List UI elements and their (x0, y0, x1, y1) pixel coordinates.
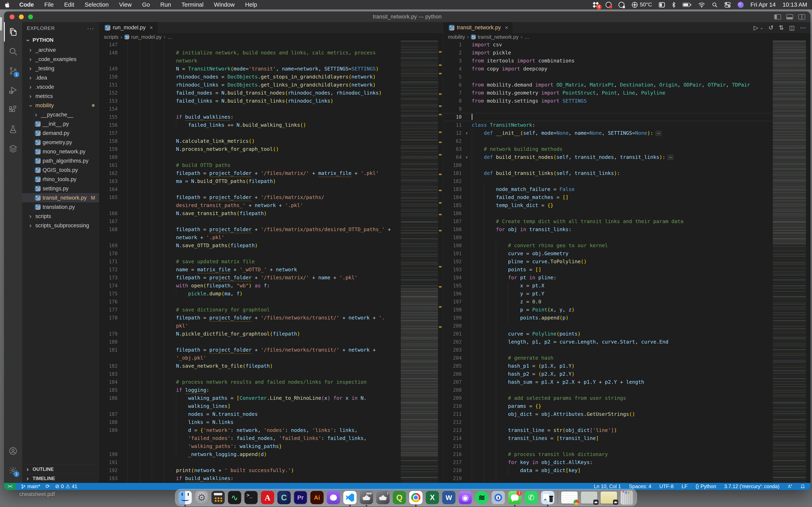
fan-control-icon[interactable]: 50°C (631, 1, 652, 8)
cursor-position[interactable]: Ln 10, Col 1 (594, 484, 621, 489)
left-code-lines[interactable]: 147148# initialize network, build nodes … (99, 41, 401, 483)
dock-finder-icon[interactable] (179, 491, 192, 504)
dock-github-icon[interactable] (327, 491, 340, 504)
explorer-item-mobility[interactable]: mobility (22, 101, 99, 110)
outline-section[interactable]: OUTLINE (22, 464, 99, 474)
control-center-icon[interactable] (724, 2, 731, 8)
menu-item-file[interactable]: File (39, 1, 59, 8)
explorer-item-scripts[interactable]: scripts (22, 212, 99, 221)
dock-calculator-icon[interactable] (211, 491, 225, 504)
explorer-item-settings.py[interactable]: settings.py (22, 184, 99, 193)
explorer-item-__init__.py[interactable]: __init__.py (22, 119, 99, 128)
dock-podcasts-icon[interactable] (459, 491, 472, 504)
menu-item-window[interactable]: Window (209, 1, 240, 8)
dock-rhino-wip-icon[interactable]: WIP (360, 491, 373, 504)
right-code-lines[interactable]: 1import csv2import pickle3from itertools… (443, 41, 773, 483)
minimize-window-button[interactable] (19, 14, 24, 19)
encoding[interactable]: UTF-8 (659, 484, 673, 489)
explorer-item-_testing[interactable]: _testing (22, 64, 99, 73)
right-scrollbar[interactable] (806, 41, 810, 483)
close-window-button[interactable] (10, 14, 14, 19)
explorer-item-_archive[interactable]: _archive (22, 45, 99, 55)
title-bar[interactable]: transit_network.py — python (4, 11, 810, 22)
customize-layout-icon[interactable] (798, 14, 805, 19)
dock-1password-icon[interactable] (492, 491, 505, 504)
left-breadcrumb[interactable]: scripts› run_model.py› … (99, 33, 443, 41)
timeline-section[interactable]: TIMELINE (22, 474, 99, 483)
window-manager-icon[interactable] (659, 2, 665, 7)
tab-transit-network[interactable]: transit_network.py × (443, 22, 512, 33)
explorer-item-.idea[interactable]: .idea (22, 73, 99, 82)
source-control-icon[interactable]: 1 (4, 61, 22, 80)
desktop-file-label[interactable]: cheatsheet.pdf (19, 491, 55, 497)
notifications-bell-icon[interactable] (800, 484, 805, 489)
explorer-item-mono_network.py[interactable]: mono_network.py (22, 147, 99, 156)
dock-qgis-icon[interactable] (393, 491, 406, 504)
left-minimap[interactable] (401, 41, 438, 483)
dock-rhino-cad-window-thumbnail[interactable] (601, 492, 617, 504)
explorer-item-.vscode[interactable]: .vscode (22, 82, 99, 92)
menu-time[interactable]: 10:13 AM (782, 1, 807, 8)
open-changes-icon[interactable]: ⇅ (779, 24, 784, 31)
layers-extension-icon[interactable] (4, 139, 22, 158)
dock-chrome-window-thumbnail[interactable] (561, 492, 578, 504)
menu-item-help[interactable]: Help (240, 1, 262, 8)
search-icon[interactable] (4, 42, 22, 61)
dock-vscode-icon[interactable] (343, 491, 357, 504)
dock-rhino-7-icon[interactable]: 7 (376, 491, 390, 504)
explorer-item-geometry.py[interactable]: geometry.py (22, 138, 99, 147)
menu-item-edit[interactable]: Edit (59, 1, 80, 8)
split-editor-icon[interactable]: ◫ (789, 24, 795, 31)
dock-acrobat-icon[interactable] (261, 491, 274, 504)
git-branch-item[interactable]: main* (21, 484, 40, 489)
eol[interactable]: LF (681, 484, 688, 489)
toggle-panel-icon[interactable] (786, 14, 793, 19)
menu-item-go[interactable]: Go (137, 1, 155, 8)
language-mode[interactable]: {}Python (696, 484, 716, 489)
dock-cinema4d-icon[interactable] (277, 491, 291, 504)
dock-messages-icon[interactable]: 1 (508, 491, 521, 504)
run-dropdown-icon[interactable]: ⌄ (760, 25, 763, 30)
wifi-icon[interactable] (698, 2, 705, 7)
account-icon[interactable] (4, 441, 22, 461)
problems-item[interactable]: ⊘0 ⚠41 (55, 483, 78, 490)
lock-app-icon[interactable] (618, 2, 624, 8)
dock-illustrator-icon[interactable] (310, 491, 323, 504)
dock-photo-viewer-icon[interactable] (541, 491, 554, 504)
python-interpreter[interactable]: 3.7.12 ('mercury': conda) (724, 484, 779, 489)
explorer-icon[interactable] (4, 22, 22, 42)
right-breadcrumb[interactable]: mobility› transit_network.py› … (443, 33, 810, 41)
testing-icon[interactable] (4, 119, 22, 139)
notifier-app-icon[interactable] (606, 2, 612, 8)
siri-icon[interactable] (738, 2, 744, 8)
explorer-item-_code_examples[interactable]: _code_examples (22, 55, 99, 64)
dock-trash-icon[interactable] (620, 491, 633, 505)
toggle-sidebar-icon[interactable] (774, 14, 781, 19)
dock-terminal-icon[interactable] (244, 491, 258, 504)
indentation[interactable]: Spaces: 4 (629, 484, 651, 489)
dock-chrome-icon[interactable] (409, 491, 422, 504)
menu-item-terminal[interactable]: Terminal (176, 1, 209, 8)
close-tab-icon[interactable]: × (150, 24, 153, 31)
more-actions-icon[interactable]: ⋯ (800, 24, 806, 31)
menu-item-view[interactable]: View (114, 1, 137, 8)
extensions-icon[interactable] (4, 100, 22, 119)
run-python-file-icon[interactable]: ▷ (754, 24, 758, 31)
explorer-actions-icon[interactable]: ··· (87, 25, 94, 32)
dock-word-icon[interactable] (442, 491, 455, 504)
feedback-icon[interactable] (788, 484, 792, 489)
explorer-item-scripts_subprocessing[interactable]: scripts_subprocessing (22, 221, 99, 230)
menu-item-selection[interactable]: Selection (80, 1, 114, 8)
remote-indicator[interactable]: >< (4, 483, 16, 490)
timeline-history-icon[interactable]: ↺ (768, 24, 773, 31)
menu-item-code[interactable]: Code (14, 1, 39, 8)
apple-menu-icon[interactable] (0, 2, 14, 8)
explorer-item-path_algorithms.py[interactable]: path_algorithms.py (22, 156, 99, 165)
dock-premiere-icon[interactable] (294, 491, 307, 504)
explorer-item-demand.py[interactable]: demand.py (22, 128, 99, 138)
dock-excel-icon[interactable] (426, 491, 439, 504)
dock-spotify-icon[interactable] (475, 491, 489, 504)
menu-item-run[interactable]: Run (155, 1, 176, 8)
zoom-window-button[interactable] (28, 14, 33, 19)
explorer-item-transit_network.py[interactable]: transit_network.pyM (22, 193, 99, 203)
